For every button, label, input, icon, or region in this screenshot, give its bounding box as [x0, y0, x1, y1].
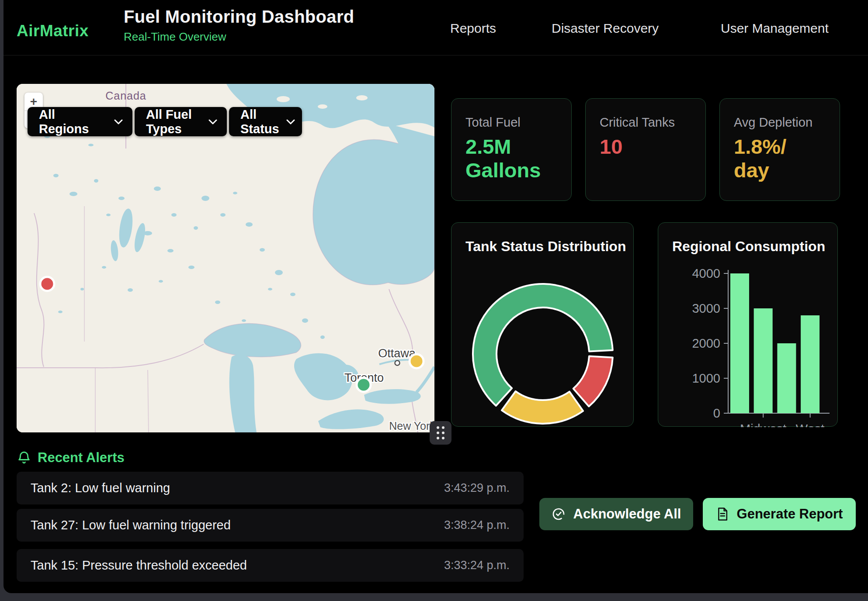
map-label-new-york: New York	[389, 420, 434, 432]
consumption-bar	[730, 273, 749, 413]
regional-consumption-chart-card: Regional Consumption 01000200030004000Mi…	[658, 222, 838, 427]
alert-time: 3:43:29 p.m.	[444, 481, 510, 495]
alert-text: Tank 15: Pressure threshold exceeded	[31, 558, 247, 573]
fuel-type-filter-select[interactable]: All Fuel Types	[135, 107, 227, 136]
resize-handle[interactable]	[430, 421, 451, 445]
generate-report-label: Generate Report	[737, 506, 843, 522]
acknowledge-all-button[interactable]: Acknowledge All	[539, 498, 693, 530]
consumption-bar	[801, 315, 819, 413]
status-filter-value: All Status	[240, 107, 279, 136]
page-subtitle: Real-Time Overview	[124, 30, 354, 44]
svg-text:0: 0	[713, 406, 720, 420]
stat-label: Avg Depletion	[734, 115, 826, 130]
region-filter-select[interactable]: All Regions	[28, 107, 132, 136]
acknowledge-all-label: Acknowledge All	[573, 506, 681, 522]
nav-reports[interactable]: Reports	[450, 21, 496, 36]
check-circle-icon	[552, 507, 566, 521]
alert-time: 3:38:24 p.m.	[444, 518, 510, 532]
tank-marker-critical[interactable]	[40, 277, 54, 291]
svg-text:Midwest: Midwest	[740, 422, 786, 427]
alert-text: Tank 27: Low fuel warning triggered	[31, 518, 231, 532]
alerts-title: Recent Alerts	[38, 450, 125, 466]
svg-text:4000: 4000	[692, 266, 720, 280]
svg-text:1000: 1000	[692, 371, 720, 385]
chevron-down-icon	[208, 119, 217, 124]
file-text-icon	[716, 507, 729, 521]
tank-status-chart-card: Tank Status Distribution	[451, 222, 634, 427]
ottawa-city-marker	[395, 361, 400, 366]
map-filters: All Regions All Fuel Types All Status	[28, 107, 302, 136]
tank-marker-warning[interactable]	[410, 354, 424, 368]
alert-row[interactable]: Tank 27: Low fuel warning triggered 3:38…	[17, 509, 524, 542]
chevron-down-icon	[286, 119, 295, 124]
map-label-canada: Canada	[105, 90, 146, 102]
alerts-header: Recent Alerts	[17, 450, 125, 466]
donut-segment-warning-yellow	[502, 391, 583, 424]
grip-dots-icon	[437, 426, 444, 439]
alert-time: 3:33:24 p.m.	[444, 559, 510, 572]
alert-text: Tank 2: Low fuel warning	[31, 481, 170, 495]
donut-segment-critical-red	[573, 356, 613, 407]
tank-status-donut-chart	[451, 223, 634, 427]
page-title: Fuel Monitoring Dashboard	[124, 7, 354, 27]
fuel-type-filter-value: All Fuel Types	[146, 107, 201, 136]
consumption-bar	[777, 343, 796, 413]
svg-text:West: West	[796, 422, 825, 427]
stat-label: Total Fuel	[465, 115, 558, 130]
bell-icon	[17, 450, 31, 465]
app-window: AirMatrix Fuel Monitoring Dashboard Real…	[3, 0, 868, 593]
svg-text:2000: 2000	[692, 336, 720, 350]
dashboard-screen: AirMatrix Fuel Monitoring Dashboard Real…	[0, 0, 868, 601]
stat-card-critical-tanks: Critical Tanks 10	[585, 98, 706, 201]
regional-consumption-bar-chart: 01000200030004000MidwestWest	[658, 223, 838, 427]
stat-value: 1.8%/day	[734, 135, 826, 182]
stat-card-total-fuel: Total Fuel 2.5MGallons	[451, 98, 572, 201]
fuel-map[interactable]: Canada Ottawa Toronto New York + All Reg…	[17, 84, 434, 432]
brand-logo: AirMatrix	[17, 22, 89, 40]
consumption-bar	[754, 308, 773, 413]
alert-row[interactable]: Tank 2: Low fuel warning 3:43:29 p.m.	[17, 472, 524, 504]
svg-text:3000: 3000	[692, 301, 720, 315]
chevron-down-icon	[114, 119, 123, 124]
app-header: AirMatrix Fuel Monitoring Dashboard Real…	[3, 0, 868, 55]
nav-user-management[interactable]: User Management	[721, 21, 829, 36]
stat-card-avg-depletion: Avg Depletion 1.8%/day	[719, 98, 840, 201]
nav-disaster-recovery[interactable]: Disaster Recovery	[552, 21, 659, 36]
title-block: Fuel Monitoring Dashboard Real-Time Over…	[124, 7, 354, 44]
tank-marker-normal[interactable]	[357, 378, 371, 392]
generate-report-button[interactable]: Generate Report	[703, 498, 856, 530]
status-filter-select[interactable]: All Status	[229, 107, 302, 136]
stat-value: 2.5MGallons	[465, 135, 558, 182]
stat-label: Critical Tanks	[600, 115, 692, 130]
region-filter-value: All Regions	[39, 107, 107, 136]
alert-row[interactable]: Tank 15: Pressure threshold exceeded 3:3…	[17, 549, 524, 582]
stat-value: 10	[600, 135, 692, 159]
